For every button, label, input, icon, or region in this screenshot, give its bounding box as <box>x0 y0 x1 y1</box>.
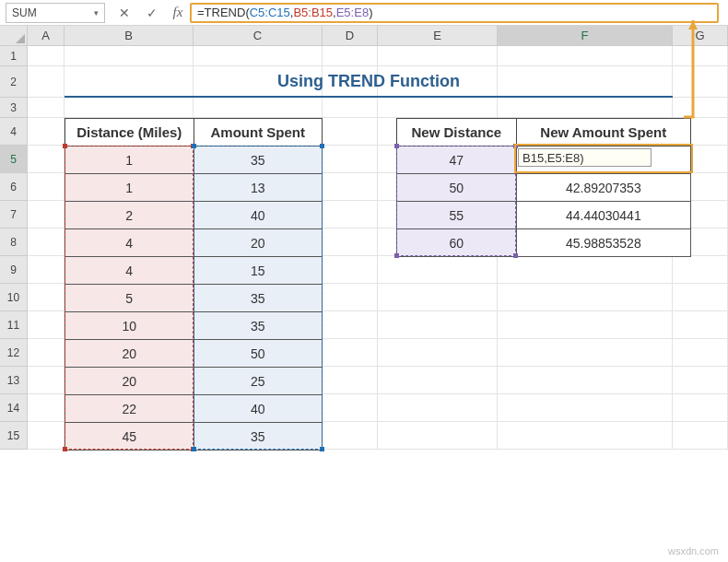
cell[interactable] <box>323 201 378 228</box>
cell[interactable] <box>378 66 498 98</box>
cell-distance[interactable]: 1 <box>65 174 194 202</box>
cell[interactable] <box>28 284 65 311</box>
cell[interactable] <box>378 284 498 311</box>
formula-input[interactable]: =TREND(C5:C15,B5:B15,E5:E8) <box>190 3 719 23</box>
cell-grid[interactable]: 1 2 3 4 5 6 7 8 9 10 11 12 13 14 15 Usin… <box>0 46 728 450</box>
cell[interactable] <box>28 256 65 284</box>
row-header-2[interactable]: 2 <box>0 66 28 98</box>
cell-distance[interactable]: 20 <box>65 340 194 368</box>
table-a-header-amount[interactable]: Amount Spent <box>194 119 322 146</box>
cell[interactable] <box>28 173 65 201</box>
cell[interactable] <box>194 98 323 118</box>
row-header-1[interactable]: 1 <box>0 46 28 66</box>
table-b-header-new-distance[interactable]: New Distance <box>397 119 517 146</box>
table-b-header-new-amount[interactable]: New Amount Spent <box>516 119 690 146</box>
row-header-12[interactable]: 12 <box>0 339 28 367</box>
cell[interactable] <box>498 46 673 66</box>
cell-amount[interactable]: 50 <box>194 340 322 368</box>
cell[interactable] <box>673 98 728 118</box>
cell[interactable] <box>28 201 65 228</box>
cell-new-distance[interactable]: 50 <box>397 174 517 202</box>
cell[interactable] <box>323 422 378 450</box>
cell[interactable] <box>323 98 378 118</box>
cell[interactable] <box>28 339 65 367</box>
cell[interactable] <box>323 173 378 201</box>
row-header-11[interactable]: 11 <box>0 311 28 339</box>
cell[interactable] <box>673 339 728 367</box>
row-header-4[interactable]: 4 <box>0 118 28 146</box>
cell[interactable] <box>378 367 498 394</box>
cell[interactable] <box>28 311 65 339</box>
row-header-6[interactable]: 6 <box>0 173 28 201</box>
cell[interactable] <box>673 311 728 339</box>
cell-amount[interactable]: 15 <box>194 257 322 285</box>
cell[interactable] <box>378 422 498 450</box>
cell[interactable] <box>323 46 378 66</box>
row-header-5[interactable]: 5 <box>0 146 28 173</box>
cell-distance[interactable]: 2 <box>65 202 194 229</box>
cell-editing-f5[interactable]: B15,E5:E8) <box>518 148 652 167</box>
col-header-E[interactable]: E <box>378 26 498 46</box>
cell[interactable] <box>673 284 728 311</box>
cell[interactable] <box>323 118 378 146</box>
col-header-B[interactable]: B <box>65 26 194 46</box>
cell[interactable] <box>323 228 378 256</box>
cell[interactable] <box>673 66 728 98</box>
cell-distance[interactable]: 10 <box>65 312 194 340</box>
cell-amount[interactable]: 35 <box>194 312 322 340</box>
cell[interactable] <box>28 46 65 66</box>
cell[interactable] <box>28 394 65 422</box>
cell-amount[interactable]: 13 <box>194 174 322 202</box>
cell[interactable] <box>28 228 65 256</box>
cell[interactable] <box>323 311 378 339</box>
row-header-15[interactable]: 15 <box>0 422 28 450</box>
cell[interactable] <box>498 422 673 450</box>
cell[interactable] <box>323 66 378 98</box>
cell[interactable] <box>194 46 323 66</box>
cell[interactable] <box>498 311 673 339</box>
cell-new-distance[interactable]: 55 <box>397 202 517 229</box>
col-header-A[interactable]: A <box>28 26 65 46</box>
cell[interactable] <box>323 256 378 284</box>
cell[interactable] <box>498 367 673 394</box>
cell-new-amount[interactable]: 42.89207353 <box>516 174 690 202</box>
cell[interactable] <box>378 339 498 367</box>
row-header-13[interactable]: 13 <box>0 367 28 394</box>
cell-amount[interactable]: 25 <box>194 368 322 395</box>
cell-new-amount[interactable]: 45.98853528 <box>516 229 690 257</box>
cell-amount[interactable]: 40 <box>194 202 322 229</box>
fx-icon[interactable]: fx <box>166 5 190 20</box>
cell[interactable] <box>498 98 673 118</box>
cell[interactable] <box>498 66 673 98</box>
name-box[interactable]: SUM ▾ <box>6 3 105 23</box>
cell[interactable] <box>65 46 194 66</box>
enter-icon[interactable]: ✓ <box>140 3 164 23</box>
cell-amount[interactable]: 35 <box>194 146 322 174</box>
cell[interactable] <box>28 118 65 146</box>
cell[interactable] <box>323 339 378 367</box>
cell-amount[interactable]: 35 <box>194 423 322 451</box>
cell[interactable] <box>323 394 378 422</box>
row-header-8[interactable]: 8 <box>0 228 28 256</box>
col-header-D[interactable]: D <box>323 26 378 46</box>
cell[interactable] <box>378 394 498 422</box>
row-header-9[interactable]: 9 <box>0 256 28 284</box>
cell[interactable] <box>28 98 65 118</box>
cell[interactable] <box>673 46 728 66</box>
cell-new-amount[interactable]: 44.44030441 <box>516 202 690 229</box>
cell-distance[interactable]: 4 <box>65 229 194 257</box>
cell-amount[interactable]: 20 <box>194 229 322 257</box>
row-header-10[interactable]: 10 <box>0 284 28 311</box>
cell[interactable] <box>378 98 498 118</box>
cell[interactable] <box>323 367 378 394</box>
cell[interactable] <box>498 284 673 311</box>
cell-new-distance[interactable]: 47 <box>397 146 517 174</box>
cell[interactable] <box>498 394 673 422</box>
cell[interactable] <box>65 98 194 118</box>
col-header-F[interactable]: F <box>498 26 673 46</box>
cell[interactable] <box>673 256 728 284</box>
cell[interactable] <box>65 66 194 98</box>
cell[interactable] <box>673 422 728 450</box>
cell[interactable] <box>673 367 728 394</box>
row-header-3[interactable]: 3 <box>0 98 28 118</box>
